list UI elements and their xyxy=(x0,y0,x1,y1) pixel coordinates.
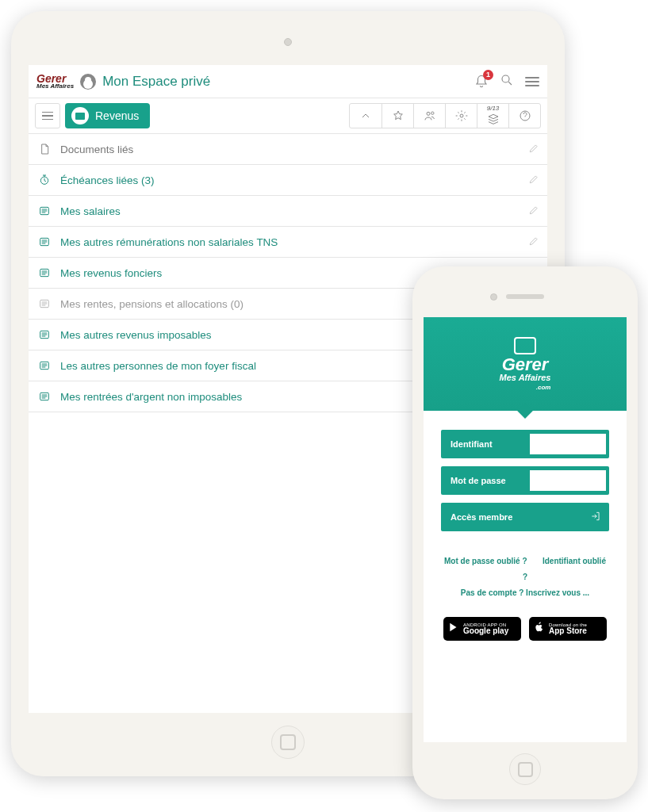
login-form: Identifiant Mot de passe Accès membre xyxy=(424,411,627,538)
list-item-label: Mes autres revenus imposables xyxy=(60,329,212,341)
phone-logo-line1: Gerer xyxy=(500,356,551,373)
chevron-up-icon xyxy=(359,109,372,122)
toolbar: Revenus 9/13 xyxy=(29,98,547,134)
forgot-password-link[interactable]: Mot de passe oublié ? xyxy=(444,557,527,565)
tablet-camera xyxy=(284,38,292,46)
phone-logo-line3: .com xyxy=(500,384,551,391)
document-icon xyxy=(36,141,52,157)
phone-camera xyxy=(490,293,497,301)
list-item[interactable]: Mes salaires xyxy=(29,196,547,227)
app-logo[interactable]: Gerer Mes Affaires xyxy=(36,74,74,90)
gear-icon xyxy=(455,109,468,122)
layers-icon xyxy=(487,112,500,124)
header-actions: 1 xyxy=(474,73,539,90)
notifications-button[interactable]: 1 xyxy=(474,75,489,89)
password-input[interactable] xyxy=(530,470,606,491)
phone-speaker xyxy=(506,294,544,299)
app-store-line2: App Store xyxy=(549,627,587,635)
phone-screen: Gerer Mes Affaires .com Identifiant Mot … xyxy=(424,317,627,742)
list-icon xyxy=(36,389,52,404)
svg-point-0 xyxy=(502,75,509,82)
section-pill-label: Revenus xyxy=(95,109,139,122)
list-item-label: Échéances liées (3) xyxy=(60,174,155,186)
list-item[interactable]: Échéances liées (3) xyxy=(29,165,547,196)
app-header: Gerer Mes Affaires Mon Espace privé 1 xyxy=(29,65,547,98)
signup-link[interactable]: Pas de compte ? Inscrivez vous ... xyxy=(461,588,589,597)
forgot-id-link[interactable]: Identifiant oublié ? xyxy=(523,557,606,581)
apple-icon xyxy=(534,622,545,636)
folder-icon xyxy=(71,107,89,124)
phone-logo-line2: Mes Affaires xyxy=(500,373,551,382)
password-label: Mot de passe xyxy=(451,476,506,485)
avatar-icon[interactable] xyxy=(80,74,96,90)
users-icon xyxy=(424,109,436,122)
identifiant-field: Identifiant xyxy=(441,430,609,458)
edit-button[interactable] xyxy=(528,143,539,156)
tablet-home-button[interactable] xyxy=(271,726,305,759)
menu-button[interactable] xyxy=(525,77,539,86)
list-icon xyxy=(36,234,52,250)
help-links: Mot de passe oublié ? Identifiant oublié… xyxy=(424,538,627,607)
svg-point-1 xyxy=(427,112,430,115)
login-button[interactable]: Accès membre xyxy=(441,503,609,531)
google-play-line2: Google play xyxy=(463,627,508,635)
help-icon xyxy=(519,109,531,122)
app-store-badge[interactable]: Download on the App Store xyxy=(529,617,607,641)
list-item-label: Mes rentes, pensions et allocations (0) xyxy=(60,298,243,310)
list-icon xyxy=(36,265,52,281)
section-pill[interactable]: Revenus xyxy=(65,103,150,128)
sidebar-toggle-button[interactable] xyxy=(35,103,60,128)
phone-home-button[interactable] xyxy=(509,753,541,785)
list-icon xyxy=(36,203,52,219)
list-item-label: Mes autres rémunérations non salariales … xyxy=(60,236,278,248)
list-item-label: Mes salaires xyxy=(60,205,121,217)
google-play-badge[interactable]: ANDROID APP ON Google play xyxy=(443,617,521,641)
star-icon xyxy=(392,109,405,122)
identifiant-input[interactable] xyxy=(530,434,606,454)
list-item-label: Mes revenus fonciers xyxy=(60,267,162,279)
phone-device: Gerer Mes Affaires .com Identifiant Mot … xyxy=(412,266,638,799)
favorite-button[interactable] xyxy=(382,104,413,128)
search-icon xyxy=(500,73,514,87)
phone-hero: Gerer Mes Affaires .com xyxy=(424,317,627,411)
folder-icon xyxy=(514,337,536,354)
edit-button[interactable] xyxy=(528,236,539,249)
list-icon xyxy=(36,296,52,312)
google-play-icon xyxy=(448,622,459,636)
login-icon xyxy=(590,511,601,523)
toolbar-icons: 9/13 xyxy=(349,103,541,128)
edit-button[interactable] xyxy=(528,174,539,187)
svg-point-3 xyxy=(460,114,463,117)
edit-button[interactable] xyxy=(528,205,539,218)
list-item[interactable]: Documents liés xyxy=(29,134,547,165)
store-badges: ANDROID APP ON Google play Download on t… xyxy=(424,607,627,650)
list-item[interactable]: Mes autres rémunérations non salariales … xyxy=(29,227,547,258)
clock-icon xyxy=(36,172,52,188)
logo-line2: Mes Affaires xyxy=(36,83,74,89)
login-button-label: Accès membre xyxy=(451,512,512,522)
page-title: Mon Espace privé xyxy=(102,74,210,90)
search-button[interactable] xyxy=(500,73,514,90)
share-button[interactable] xyxy=(413,104,445,128)
list-icon xyxy=(36,358,52,373)
svg-point-2 xyxy=(431,112,433,114)
list-icon xyxy=(36,327,52,343)
list-item-label: Les autres personnes de mon foyer fiscal xyxy=(60,360,256,372)
stack-button[interactable]: 9/13 xyxy=(477,104,508,128)
password-field: Mot de passe xyxy=(441,466,609,495)
notifications-badge: 1 xyxy=(483,70,493,80)
list-item-label: Mes rentrées d'argent non imposables xyxy=(60,391,242,403)
help-button[interactable] xyxy=(508,104,540,128)
phone-logo: Gerer Mes Affaires .com xyxy=(500,337,551,391)
stack-count: 9/13 xyxy=(487,105,500,112)
identifiant-label: Identifiant xyxy=(451,439,493,449)
list-item-label: Documents liés xyxy=(60,144,133,155)
collapse-button[interactable] xyxy=(350,104,382,128)
settings-button[interactable] xyxy=(445,104,477,128)
